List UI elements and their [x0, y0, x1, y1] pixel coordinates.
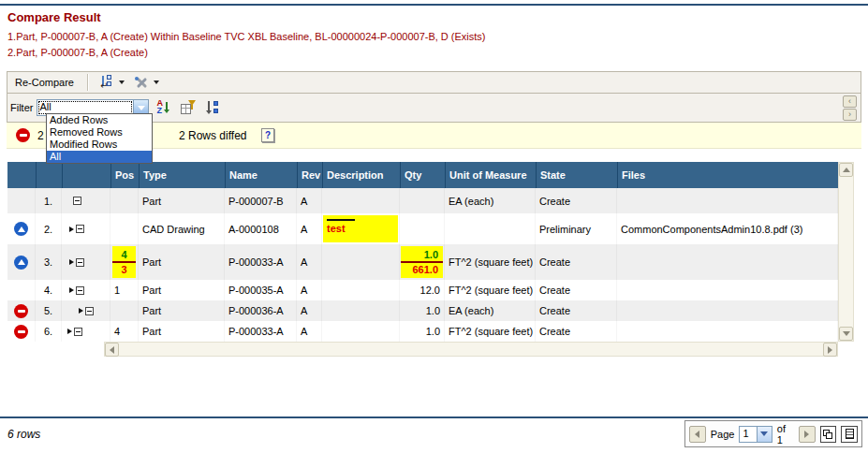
column-header-number[interactable]: [36, 162, 62, 188]
filter-dropdown-list: Added Rows Removed Rows Modified Rows Al…: [46, 113, 153, 164]
row-number: 5.: [36, 300, 62, 321]
open-in-window-button[interactable]: [820, 426, 837, 443]
cell-description: [322, 321, 400, 342]
cell-type: Part: [139, 244, 225, 280]
cell-description: [322, 244, 400, 280]
vertical-scrollbar[interactable]: [838, 162, 854, 342]
page-dropdown-button[interactable]: [757, 427, 772, 442]
chevron-down-icon: [154, 80, 159, 84]
cell-rev: A: [297, 244, 322, 280]
cell-type: Part: [139, 188, 225, 213]
next-page-button[interactable]: [799, 426, 816, 443]
cell-name: A-0000108: [225, 213, 297, 244]
cell-rev: A: [297, 300, 322, 321]
chevron-down-icon: [760, 431, 768, 436]
top-divider: [0, 4, 868, 6]
column-header-name[interactable]: Name: [225, 162, 297, 188]
compare-source-line-2: 2.Part, P-000007-B, A (Create): [7, 47, 148, 58]
cell-pos: [110, 300, 139, 321]
filter-option-added-rows[interactable]: Added Rows: [47, 114, 152, 126]
table-row[interactable]: 2. CAD Drawing A-0000108 A test Prelimin…: [7, 213, 838, 244]
sort-az-icon[interactable]: AZ: [156, 100, 172, 115]
table-row[interactable]: 6. 4 Part P-000033-A A 1.0 FT^2 (square …: [7, 321, 838, 342]
column-header-uom[interactable]: Unit of Measure: [445, 162, 536, 188]
column-header-qty[interactable]: Qty: [400, 162, 445, 188]
cell-pos: [110, 213, 139, 244]
column-header-rev[interactable]: Rev: [297, 162, 322, 188]
outline-view-icon[interactable]: [204, 100, 220, 115]
cell-state: Preliminary: [536, 213, 617, 244]
panel-scroll-left-button[interactable]: ‹: [843, 95, 857, 108]
tree-expand-icon[interactable]: [67, 328, 82, 336]
row-number: 2.: [36, 213, 62, 244]
removed-rows-icon: [16, 128, 30, 142]
filter-option-all[interactable]: All: [47, 151, 152, 163]
previous-page-button[interactable]: [689, 426, 706, 443]
column-header-pos[interactable]: Pos: [110, 162, 139, 188]
help-icon[interactable]: ?: [261, 128, 274, 142]
cell-pos: [110, 188, 139, 213]
cell-qty: 12.0: [400, 280, 445, 300]
table-row[interactable]: 1. Part P-000007-B A EA (each) Create: [7, 188, 838, 213]
modified-icon: [14, 222, 28, 236]
cell-files: CommonComponentsAdmin10.8.pdf (3): [617, 213, 838, 244]
horizontal-scrollbar[interactable]: [104, 342, 838, 357]
arrow-up-icon: [843, 168, 850, 172]
page-number-value: 1: [740, 427, 756, 442]
column-header-tree[interactable]: [62, 162, 110, 188]
diff-pos-cell: 4 3: [112, 246, 136, 278]
column-header-description[interactable]: Description: [322, 162, 400, 188]
bottom-divider: [0, 416, 868, 418]
column-header-status[interactable]: [7, 162, 36, 188]
scroll-down-button[interactable]: [839, 327, 853, 341]
tree-expand-icon[interactable]: [69, 258, 84, 267]
cell-state: Create: [536, 280, 617, 300]
table-row[interactable]: 5. Part P-000036-A A 1.0 EA (each) Creat…: [7, 300, 838, 321]
cell-files: [617, 300, 838, 321]
table-header-row: Pos Type Name Rev Description Qty Unit o…: [7, 162, 838, 188]
page-number-dropdown[interactable]: 1: [739, 426, 772, 443]
column-header-files[interactable]: Files: [617, 162, 838, 188]
modified-icon: [14, 256, 28, 270]
page-title: Compare Result: [7, 10, 101, 24]
scroll-left-button[interactable]: [105, 343, 119, 357]
toolbar: Re-Compare ↵: [7, 71, 861, 94]
tools-menu-button[interactable]: [131, 73, 162, 92]
structure-compare-button[interactable]: ↵: [96, 73, 127, 92]
cell-type: Part: [139, 300, 225, 321]
chevron-down-icon: [119, 80, 125, 84]
table-row[interactable]: 4. 1 Part P-000035-A A 12.0 FT^2 (square…: [7, 280, 838, 300]
old-value-strikethrough: [327, 219, 355, 221]
tree-expand-icon[interactable]: [79, 307, 94, 315]
chevron-down-icon: [138, 106, 145, 110]
compare-table: Pos Type Name Rev Description Qty Unit o…: [7, 162, 854, 342]
tree-expand-icon[interactable]: [69, 286, 84, 295]
removed-icon: [14, 325, 28, 339]
cell-files: [617, 244, 838, 280]
column-header-type[interactable]: Type: [139, 162, 225, 188]
tree-expand-icon[interactable]: [69, 225, 84, 233]
panel-scroll-buttons: ‹ ›: [843, 95, 857, 121]
panel-scroll-right-button[interactable]: ›: [843, 109, 857, 121]
cell-uom: FT^2 (square feet): [445, 321, 536, 342]
cell-type: Part: [139, 321, 225, 342]
recompare-button[interactable]: Re-Compare: [7, 77, 81, 88]
cell-name: P-000033-A: [225, 321, 297, 342]
cell-description: [322, 280, 400, 300]
new-value: test: [327, 223, 394, 234]
arrow-down-icon: [843, 331, 850, 336]
diffed-rows-text: 2 Rows diffed: [179, 129, 247, 142]
table-row[interactable]: 3. 4 3 Part P-000033-A A 1.0 661.0 FT^2 …: [7, 244, 838, 280]
scroll-right-button[interactable]: [823, 343, 837, 357]
filter-option-removed-rows[interactable]: Removed Rows: [47, 126, 152, 139]
table-filter-icon[interactable]: [180, 100, 197, 115]
column-header-state[interactable]: State: [536, 162, 617, 188]
cell-pos: 1: [110, 280, 139, 300]
old-value: 661.0: [401, 263, 443, 275]
filter-option-modified-rows[interactable]: Modified Rows: [47, 139, 152, 151]
scroll-up-button[interactable]: [839, 163, 853, 177]
full-list-view-button[interactable]: [841, 426, 858, 443]
tree-collapse-icon[interactable]: [73, 197, 81, 205]
pager: Page 1 of 1: [684, 420, 862, 447]
cell-type: Part: [139, 280, 225, 300]
